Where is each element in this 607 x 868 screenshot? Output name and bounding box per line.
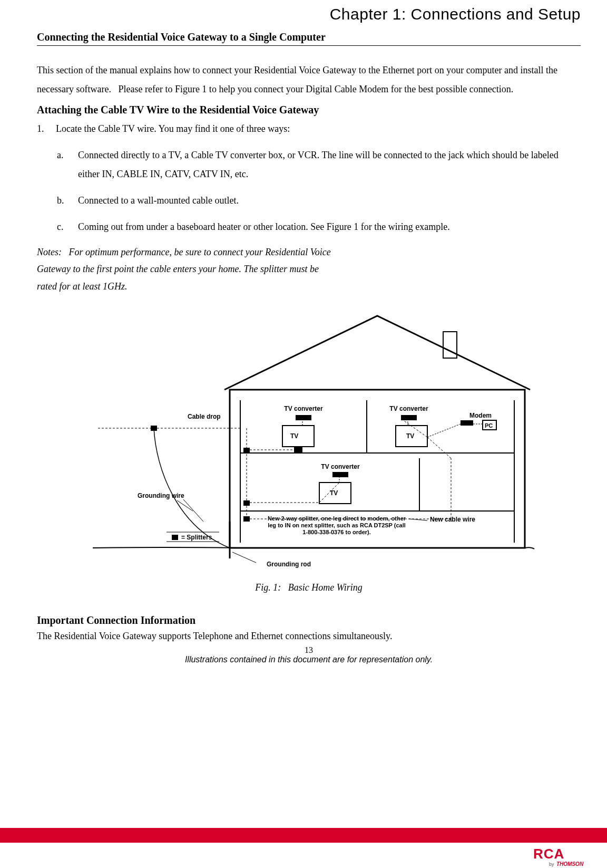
footer-disclaimer: Illustrations contained in this document… <box>37 655 581 664</box>
footer-red-bar <box>0 828 607 843</box>
option-text: Coming out from under a baseboard heater… <box>78 217 450 236</box>
subsection-heading: Attaching the Cable TV Wire to the Resid… <box>37 104 581 116</box>
svg-text:by: by <box>549 862 554 867</box>
svg-rect-10 <box>294 447 302 453</box>
pc-label: PC <box>485 422 493 429</box>
svg-rect-15 <box>461 420 473 426</box>
rca-logo: RCA by THOMSON <box>533 846 591 868</box>
section-heading: Connecting the Residential Voice Gateway… <box>37 31 581 46</box>
tv-label-1: TV <box>290 432 298 440</box>
figure-caption: Fig. 1: Basic Home Wiring <box>37 582 581 593</box>
chapter-title: Chapter 1: Connections and Setup <box>37 5 581 23</box>
step-number: 1. <box>37 119 56 138</box>
intro-paragraph: This section of the manual explains how … <box>37 61 581 99</box>
tv-converter-label-3: TV converter <box>321 463 360 470</box>
svg-rect-8 <box>296 415 311 420</box>
svg-rect-12 <box>401 415 417 420</box>
option-a: a. Connected directly to a TV, a Cable T… <box>57 146 581 184</box>
grounding-wire-label: Grounding wire <box>138 492 184 499</box>
tv-converter-label-1: TV converter <box>284 405 323 412</box>
logo-row: RCA by THOMSON <box>0 843 607 868</box>
option-text: Connected to a wall-mounted cable outlet… <box>78 191 239 210</box>
option-text: Connected directly to a TV, a Cable TV c… <box>78 146 581 184</box>
grounding-rod-label: Grounding rod <box>267 561 311 568</box>
svg-rect-19 <box>332 472 348 477</box>
wiring-diagram: TV converter TV TV converter TV Modem PC… <box>37 300 581 577</box>
option-letter: c. <box>57 217 78 236</box>
tv-label-2: TV <box>406 432 414 440</box>
modem-label: Modem <box>469 412 492 419</box>
svg-text:RCA: RCA <box>533 846 564 862</box>
svg-line-36 <box>183 499 203 522</box>
performance-note: Notes: For optimum performance, be sure … <box>37 244 332 295</box>
step-1: 1. Locate the Cable TV wire. You may fin… <box>37 119 581 138</box>
option-c: c. Coming out from under a baseboard hea… <box>57 217 581 236</box>
svg-line-38 <box>232 552 256 563</box>
page-number: 13 <box>37 645 581 655</box>
option-b: b. Connected to a wall-mounted cable out… <box>57 191 581 210</box>
svg-text:THOMSON: THOMSON <box>556 861 584 867</box>
step-text: Locate the Cable TV wire. You may find i… <box>56 119 290 138</box>
option-letter: a. <box>57 146 78 184</box>
splitter-note: New 2-way splitter, one leg direct to mo… <box>266 515 408 536</box>
splitters-legend: = Splitters <box>181 534 212 541</box>
cable-drop-label: Cable drop <box>188 413 221 420</box>
important-info-text: The Residential Voice Gateway supports T… <box>37 626 581 645</box>
svg-line-18 <box>427 424 461 437</box>
svg-rect-39 <box>172 535 178 540</box>
important-info-heading: Important Connection Information <box>37 614 581 626</box>
option-letter: b. <box>57 191 78 210</box>
new-cable-wire-label: New cable wire <box>430 516 475 523</box>
tv-converter-label-2: TV converter <box>389 405 428 412</box>
svg-line-33 <box>427 437 451 458</box>
